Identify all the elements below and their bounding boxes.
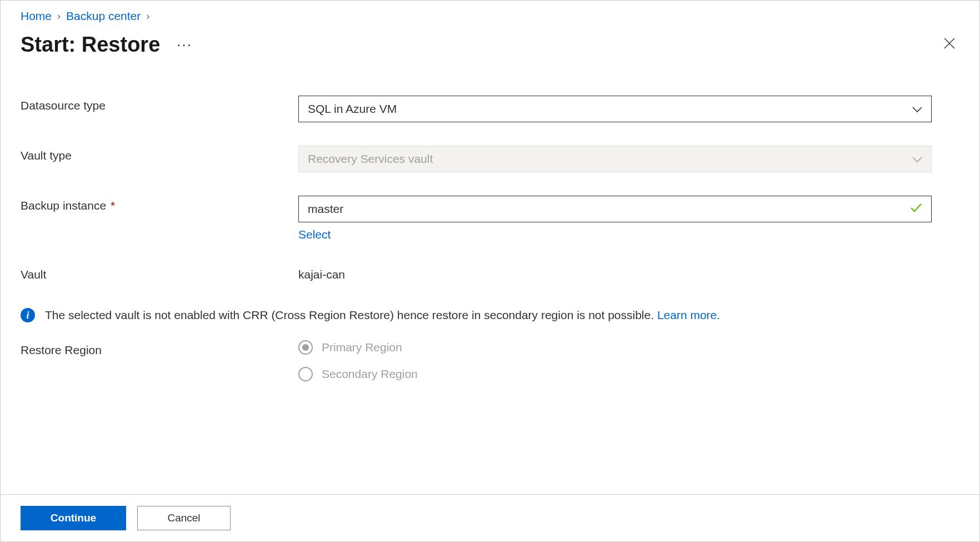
info-banner: i The selected vault is not enabled with… [21, 308, 959, 322]
breadcrumb-backup-center[interactable]: Backup center [66, 9, 141, 23]
close-button[interactable] [939, 33, 959, 56]
chevron-right-icon: › [57, 11, 61, 22]
radio-icon [298, 340, 313, 355]
chevron-down-icon [912, 152, 922, 166]
radio-primary-label: Primary Region [322, 341, 402, 354]
vault-type-value: Recovery Services vault [308, 152, 433, 166]
continue-button[interactable]: Continue [21, 506, 126, 530]
datasource-type-value: SQL in Azure VM [308, 102, 397, 116]
vault-value: kajai-can [298, 265, 932, 281]
learn-more-link[interactable]: Learn more. [657, 309, 720, 321]
info-icon: i [21, 308, 35, 322]
label-vault-type: Vault type [21, 146, 298, 162]
radio-secondary-region: Secondary Region [298, 367, 932, 381]
breadcrumb-home[interactable]: Home [21, 9, 52, 23]
backup-instance-value: master [308, 202, 343, 216]
backup-instance-input[interactable]: master [298, 196, 932, 222]
more-actions-button[interactable]: ··· [177, 36, 192, 53]
vault-type-select: Recovery Services vault [298, 146, 932, 172]
page-title: Start: Restore [21, 33, 160, 57]
chevron-down-icon [912, 102, 922, 116]
label-datasource-type: Datasource type [21, 96, 298, 112]
footer: Continue Cancel [1, 494, 979, 541]
label-backup-instance: Backup instance * [21, 196, 298, 212]
info-text: The selected vault is not enabled with C… [45, 309, 657, 321]
checkmark-icon [910, 202, 922, 216]
required-asterisk: * [107, 199, 115, 212]
radio-primary-region: Primary Region [298, 340, 932, 355]
datasource-type-select[interactable]: SQL in Azure VM [298, 96, 932, 122]
breadcrumb: Home › Backup center › [21, 9, 959, 23]
label-vault: Vault [21, 265, 298, 281]
select-backup-instance-link[interactable]: Select [298, 228, 331, 241]
radio-secondary-label: Secondary Region [322, 367, 418, 381]
chevron-right-icon: › [146, 11, 149, 22]
radio-icon [298, 367, 313, 381]
cancel-button[interactable]: Cancel [137, 506, 231, 530]
label-restore-region: Restore Region [21, 340, 298, 357]
